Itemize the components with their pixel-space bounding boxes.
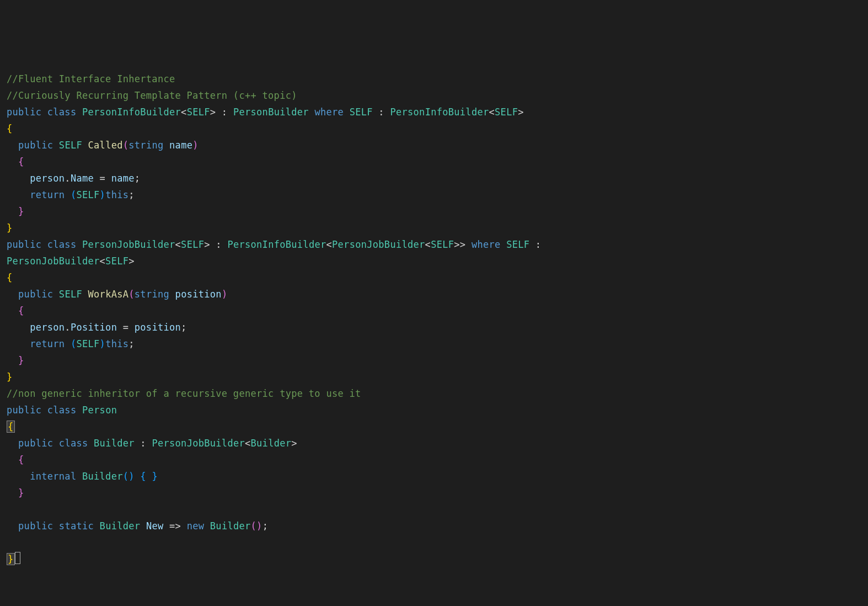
type: Builder bbox=[251, 438, 292, 449]
close-brace-highlighted: } bbox=[7, 553, 15, 565]
code-line: person.Name = name; bbox=[7, 170, 861, 187]
keyword: this bbox=[105, 338, 128, 349]
indent bbox=[7, 338, 30, 349]
angle-bracket: < bbox=[181, 107, 187, 118]
colon: : bbox=[373, 107, 390, 118]
open-brace: { bbox=[18, 305, 24, 316]
close-brace: } bbox=[7, 371, 13, 382]
semicolon: ; bbox=[135, 173, 141, 184]
method-name: WorkAsA bbox=[88, 289, 129, 300]
close-brace: } bbox=[7, 222, 13, 233]
keyword: public bbox=[18, 438, 53, 449]
code-line: } bbox=[7, 485, 861, 501]
code-line: return (SELF)this; bbox=[7, 336, 861, 352]
type: Builder bbox=[100, 520, 141, 531]
code-line: { bbox=[7, 418, 861, 435]
type: Builder bbox=[210, 520, 251, 531]
angle-bracket: > bbox=[210, 107, 216, 118]
keyword: string bbox=[128, 140, 163, 151]
code-line: public static Builder New => new Builder… bbox=[7, 518, 861, 534]
open-paren: ( bbox=[123, 140, 129, 151]
type: Builder bbox=[94, 438, 135, 449]
type-param: SELF bbox=[105, 256, 128, 267]
angle-bracket: < bbox=[175, 239, 181, 250]
open-paren: ( bbox=[251, 520, 257, 531]
type-param: SELF bbox=[59, 140, 82, 151]
angle-bracket: < bbox=[425, 239, 431, 250]
keyword: internal bbox=[30, 471, 76, 482]
semicolon: ; bbox=[128, 189, 135, 200]
open-brace: { bbox=[7, 123, 13, 134]
code-line: //Fluent Interface Inhertance bbox=[7, 71, 861, 87]
close-paren: ) bbox=[256, 520, 262, 531]
dot: . bbox=[65, 173, 71, 184]
angle-bracket: < bbox=[245, 438, 251, 449]
angle-bracket: < bbox=[326, 239, 333, 250]
close-paren: ) bbox=[222, 289, 228, 300]
indent bbox=[7, 487, 18, 498]
property: New bbox=[146, 520, 164, 531]
field: person bbox=[30, 322, 65, 333]
type-param: SELF bbox=[350, 107, 373, 118]
keyword: static bbox=[59, 520, 94, 531]
angle-bracket: > bbox=[128, 256, 135, 267]
code-line: //Curiously Recurring Template Pattern (… bbox=[7, 87, 861, 104]
code-line: } bbox=[7, 551, 861, 567]
keyword: this bbox=[105, 189, 128, 200]
code-line: } bbox=[7, 369, 861, 385]
indent bbox=[7, 189, 30, 200]
code-line: { bbox=[7, 302, 861, 319]
code-line: { bbox=[7, 269, 861, 286]
field: person bbox=[30, 173, 65, 184]
indent bbox=[7, 520, 18, 531]
comment: //non generic inheritor of a recursive g… bbox=[7, 388, 361, 399]
close-brace: } bbox=[152, 471, 158, 482]
type-param: SELF bbox=[76, 338, 99, 349]
indent bbox=[7, 206, 18, 217]
close-brace: } bbox=[18, 487, 24, 498]
code-editor[interactable]: //Fluent Interface Inhertance//Curiously… bbox=[7, 71, 861, 567]
open-paren: ( bbox=[71, 189, 77, 200]
indent bbox=[7, 140, 18, 151]
colon: : bbox=[135, 438, 152, 449]
keyword: class bbox=[47, 107, 77, 118]
keyword: string bbox=[135, 289, 169, 300]
semicolon: ; bbox=[128, 338, 135, 349]
code-line: //non generic inheritor of a recursive g… bbox=[7, 385, 861, 402]
keyword: public bbox=[18, 289, 53, 300]
type: PersonBuilder bbox=[233, 107, 309, 118]
constructor: Builder bbox=[82, 471, 123, 482]
close-paren: ) bbox=[192, 140, 199, 151]
text-cursor bbox=[15, 552, 20, 564]
type: PersonJobBuilder bbox=[152, 438, 245, 449]
comment: //Curiously Recurring Template Pattern (… bbox=[7, 90, 297, 101]
open-brace: { bbox=[140, 471, 146, 482]
dot: . bbox=[65, 322, 71, 333]
open-paren: ( bbox=[71, 338, 77, 349]
indent bbox=[7, 173, 30, 184]
code-line: { bbox=[7, 120, 861, 137]
keyword: public bbox=[7, 405, 41, 416]
angle-bracket: < bbox=[489, 107, 495, 118]
code-line: } bbox=[7, 220, 861, 236]
keyword: class bbox=[47, 239, 77, 250]
comment: //Fluent Interface Inhertance bbox=[7, 73, 175, 84]
type: PersonJobBuilder bbox=[82, 239, 175, 250]
operator: = bbox=[117, 322, 135, 333]
keyword: class bbox=[59, 438, 88, 449]
code-line bbox=[7, 501, 861, 518]
colon: : bbox=[216, 107, 233, 118]
code-line: public class Person bbox=[7, 402, 861, 418]
code-line: public class Builder : PersonJobBuilder<… bbox=[7, 435, 861, 451]
close-brace: } bbox=[18, 355, 24, 366]
close-brace: } bbox=[18, 206, 24, 217]
close-paren: ) bbox=[100, 189, 106, 200]
code-line: public class PersonJobBuilder<SELF> : Pe… bbox=[7, 236, 861, 253]
type-param: SELF bbox=[495, 107, 518, 118]
type: PersonInfoBuilder bbox=[390, 107, 489, 118]
indent bbox=[7, 156, 18, 167]
open-brace-highlighted: { bbox=[7, 421, 15, 433]
open-brace: { bbox=[18, 454, 24, 465]
type: PersonInfoBuilder bbox=[82, 107, 181, 118]
indent bbox=[7, 438, 18, 449]
